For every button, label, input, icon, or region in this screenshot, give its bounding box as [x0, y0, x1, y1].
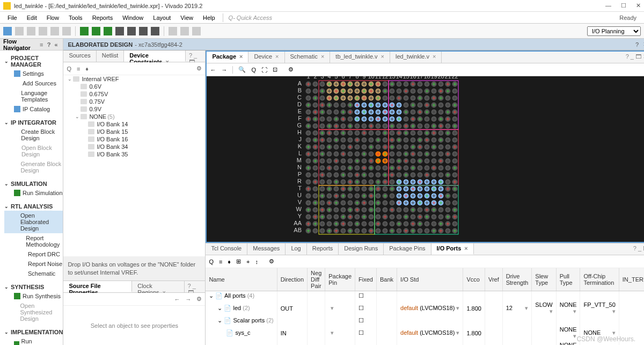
io-settings-icon[interactable]: ⚙ [269, 258, 274, 265]
zoom-in-icon[interactable]: 🔍 [238, 66, 246, 73]
nav-item-open-elaborated-design[interactable]: Open Elaborated Design [4, 211, 63, 233]
props-settings-icon[interactable]: ⚙ [196, 296, 202, 303]
nav-item-report-noise[interactable]: Report Noise [4, 259, 63, 269]
tree-0.675V[interactable]: 0.675V [63, 90, 205, 98]
menu-help[interactable]: Help [199, 13, 219, 22]
io-row-scalar-ports[interactable]: ⌄ 📄 Scalar ports (2)☐ [206, 316, 644, 325]
tree-i-o-bank-35[interactable]: I/O Bank 35 [63, 150, 205, 158]
redo-icon[interactable] [39, 27, 47, 35]
tree-0.9V[interactable]: 0.9V [63, 105, 205, 113]
pkg-back-icon[interactable]: ← [210, 67, 216, 73]
refresh-icon[interactable] [127, 27, 136, 35]
menu-edit[interactable]: Edit [23, 13, 41, 22]
nav-item-report-methodology[interactable]: Report Methodology [4, 233, 63, 249]
tab-led_twinkle-v[interactable]: led_twinkle.v [390, 52, 442, 63]
minimize-button[interactable]: — [605, 2, 611, 9]
io-collapse-icon[interactable]: ≡ [219, 258, 222, 265]
pkg-settings-icon[interactable]: ⚙ [288, 66, 294, 73]
nav-item-generate-block-design[interactable]: Generate Block Design [4, 159, 63, 175]
menu-file[interactable]: File [3, 13, 21, 22]
nav-item-schematic[interactable]: Schematic [4, 269, 63, 278]
tab-tcl-console[interactable]: Tcl Console [206, 243, 247, 255]
tree-0.75V[interactable]: 0.75V [63, 98, 205, 105]
zoom-out-icon[interactable]: Q [251, 67, 256, 73]
props-back-icon[interactable]: ← [174, 296, 180, 303]
open-icon[interactable] [3, 27, 12, 35]
tab-i-o-ports[interactable]: I/O Ports [431, 243, 474, 255]
io-header-pull-type[interactable]: Pull Type [556, 268, 580, 291]
tab-log[interactable]: Log [286, 243, 306, 255]
tab-package[interactable]: Package [207, 52, 248, 63]
settings-icon[interactable] [139, 27, 148, 35]
tree-none[interactable]: ⌄NONE (5) [63, 113, 205, 120]
menu-view[interactable]: View [176, 13, 197, 22]
io-header-slew-type[interactable]: Slew Type [532, 268, 556, 291]
nav-item-report-drc[interactable]: Report DRC [4, 249, 63, 259]
paste-icon[interactable] [62, 27, 71, 35]
io-header-off-chip-termination[interactable]: Off-Chip Termination [580, 268, 619, 291]
tab-netlist[interactable]: Netlist [97, 51, 125, 62]
copy-icon[interactable] [50, 27, 59, 35]
menu-tools[interactable]: Tools [64, 13, 87, 22]
stop-icon[interactable] [115, 27, 124, 35]
nav-item-add-sources[interactable]: Add Sources [4, 78, 63, 88]
sigma-icon[interactable] [151, 27, 159, 35]
quick-access[interactable]: Q- Quick Access [229, 15, 273, 21]
props-fwd-icon[interactable]: → [185, 296, 191, 303]
tab-package-pins[interactable]: Package Pins [384, 243, 431, 255]
close-button[interactable]: ✕ [636, 2, 641, 9]
run-step-icon[interactable] [104, 27, 112, 35]
tab-sources[interactable]: Sources [63, 51, 96, 62]
io-header-drive-strength[interactable]: Drive Strength [502, 268, 532, 291]
nav-item-open-synthesized-design[interactable]: Open Synthesized Design [4, 301, 63, 324]
io-header-in_term[interactable]: IN_TERM [619, 268, 644, 291]
tab-tb_led_twinkle-v[interactable]: tb_led_twinkle.v [330, 52, 390, 63]
io-group-icon[interactable]: ⊞ [236, 258, 241, 265]
io-filter-icon[interactable]: ↕ [255, 258, 258, 265]
nav-section-rtl-analysis[interactable]: ⌄RTL ANALYSIS [4, 202, 63, 211]
nav-item-create-block-design[interactable]: Create Block Design [4, 127, 63, 143]
io-header-direction[interactable]: Direction [277, 268, 307, 291]
view-settings-icon[interactable]: ⚙ [196, 65, 202, 72]
tab-device-constraints[interactable]: Device Constraints [124, 51, 186, 62]
run-icon[interactable] [92, 27, 100, 35]
io-row-all-ports[interactable]: ⌄ 📄 All ports (4)☐ [206, 291, 644, 301]
nav-section-implementation[interactable]: ⌄IMPLEMENTATION [4, 328, 63, 336]
menu-window[interactable]: Window [118, 13, 148, 22]
tab-design-runs[interactable]: Design Runs [339, 243, 384, 255]
zoom-area-icon[interactable]: ⊡ [273, 66, 277, 73]
tab-schematic[interactable]: Schematic [285, 52, 331, 63]
io-search-icon[interactable]: Q [209, 258, 214, 265]
search-icon[interactable]: Q [67, 66, 71, 72]
io-header-i-o-std[interactable]: I/O Std [397, 268, 463, 291]
zoom-fit-icon[interactable]: ⛶ [261, 67, 267, 73]
tab-device[interactable]: Device [248, 52, 284, 63]
nav-section-synthesis[interactable]: ⌄SYNTHESIS [4, 283, 63, 291]
nav-item-run-synthesis[interactable]: Run Synthesis [4, 291, 63, 301]
delete-icon[interactable] [180, 27, 189, 35]
menu-reports[interactable]: Reports [88, 13, 118, 22]
tab-reports[interactable]: Reports [307, 243, 339, 255]
elab-help-icon[interactable]: ? [635, 41, 639, 48]
io-add-icon[interactable]: + [246, 258, 250, 265]
io-header-vref[interactable]: Vref [485, 268, 502, 291]
save-icon[interactable] [15, 27, 24, 35]
io-header-name[interactable]: Name [206, 268, 277, 291]
io-header-vcco[interactable]: Vcco [463, 268, 485, 291]
expand-all-icon[interactable]: ♦ [85, 66, 89, 72]
tree-internal-vref[interactable]: ⌄Internal VREF [63, 75, 205, 83]
undo-icon[interactable] [27, 27, 35, 35]
close-all-icon[interactable] [192, 27, 201, 35]
layout-selector[interactable]: I/O Planning [587, 26, 641, 36]
io-row-led[interactable]: ⌄ 📄 led (2)OUT☐default (LVCMOS18) ▾1.800… [206, 300, 644, 316]
maximize-button[interactable]: ☐ [621, 2, 626, 9]
nav-item-run-simulation[interactable]: Run Simulation [4, 188, 63, 198]
tab-clock-regions[interactable]: Clock Regions [132, 281, 184, 292]
menu-layout[interactable]: Layout [149, 13, 175, 22]
tree-0.6V[interactable]: 0.6V [63, 83, 205, 90]
flow-nav-collapse-icon[interactable]: ≡ [40, 41, 45, 48]
nav-section-ip-integrator[interactable]: ⌄IP INTEGRATOR [4, 118, 63, 127]
io-header-fixed[interactable]: Fixed [355, 268, 377, 291]
nav-section-project-manager[interactable]: ⌄PROJECT MANAGER [4, 54, 63, 69]
tab-source-file-properties[interactable]: Source File Properties [63, 281, 132, 292]
